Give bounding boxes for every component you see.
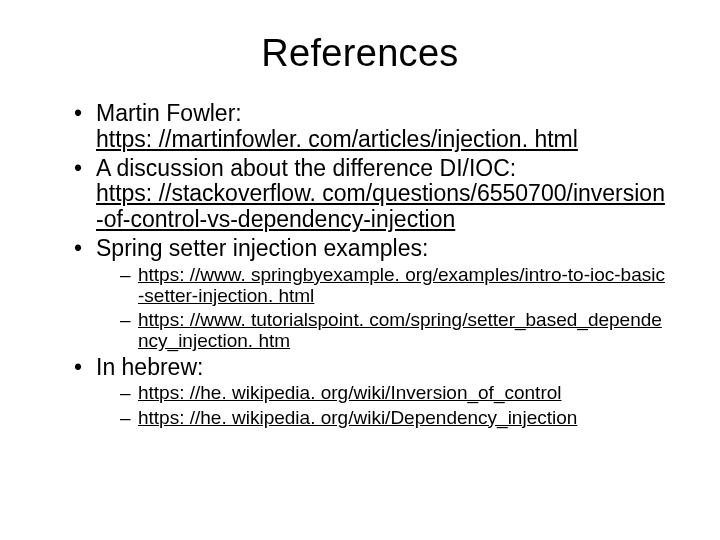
sublist: https: //he. wikipedia. org/wiki/Inversi… [96,382,666,428]
list-text: Martin Fowler: [96,100,242,126]
sublist-item: https: //he. wikipedia. org/wiki/Depende… [118,407,666,428]
reference-link[interactable]: https: //www. tutorialspoint. com/spring… [138,309,662,351]
reference-link[interactable]: https: //he. wikipedia. org/wiki/Inversi… [138,382,562,403]
sublist-item: https: //www. springbyexample. org/examp… [118,264,666,307]
sublist: https: //www. springbyexample. org/examp… [96,264,666,352]
list-item: Spring setter injection examples: https:… [72,236,666,352]
reference-link[interactable]: https: //stackoverflow. com/questions/65… [96,180,665,232]
list-text: In hebrew: [96,354,203,380]
slide-title: References [54,32,666,75]
reference-link[interactable]: https: //martinfowler. com/articles/inje… [96,126,578,152]
list-item: Martin Fowler: https: //martinfowler. co… [72,101,666,153]
sublist-item: https: //he. wikipedia. org/wiki/Inversi… [118,382,666,403]
list-text: Spring setter injection examples: [96,235,428,261]
reference-link[interactable]: https: //www. springbyexample. org/examp… [138,264,665,306]
sublist-item: https: //www. tutorialspoint. com/spring… [118,309,666,352]
list-item: A discussion about the difference DI/IOC… [72,156,666,233]
list-text: A discussion about the difference DI/IOC… [96,155,516,181]
list-item: In hebrew: https: //he. wikipedia. org/w… [72,355,666,428]
reference-link[interactable]: https: //he. wikipedia. org/wiki/Depende… [138,407,577,428]
reference-list: Martin Fowler: https: //martinfowler. co… [54,101,666,428]
